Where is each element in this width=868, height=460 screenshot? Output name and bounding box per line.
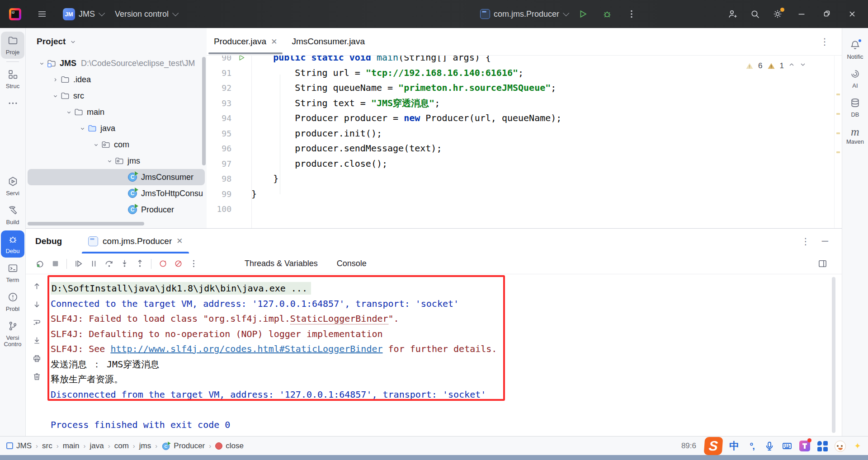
breakpoints-button[interactable] <box>155 256 170 272</box>
stop-button[interactable] <box>47 256 63 272</box>
view-tab-console[interactable]: Console <box>337 259 367 268</box>
prev-problem-button[interactable] <box>788 61 795 70</box>
sidebar-item-structure[interactable]: Struc <box>1 66 24 93</box>
step-out-button[interactable] <box>132 256 147 272</box>
breadcrumb-item[interactable]: close <box>215 441 244 451</box>
vcs-widget[interactable]: Version control <box>115 9 177 19</box>
tree-vertical-scrollbar[interactable] <box>202 57 206 165</box>
mute-breakpoints-button[interactable] <box>170 256 186 272</box>
sogou-toolbox-icon[interactable] <box>816 440 828 452</box>
arrow-down-button[interactable] <box>31 299 42 310</box>
run-line-icon[interactable] <box>231 56 251 61</box>
tree-row[interactable]: CJmsToHttpConsu <box>28 185 205 202</box>
sidebar-item-notifications[interactable]: Notific <box>844 36 867 63</box>
caret-position[interactable]: 89:6 <box>681 441 696 451</box>
emoji-picker-icon[interactable] <box>834 440 846 452</box>
breadcrumb-item[interactable]: com <box>114 441 129 451</box>
trash-button[interactable] <box>31 371 42 382</box>
sidebar-item-problems[interactable]: Probl <box>1 288 24 315</box>
breadcrumb-item[interactable]: CProducer <box>161 441 205 451</box>
tree-row[interactable]: main <box>28 104 205 120</box>
scroll-end-button[interactable] <box>31 335 42 346</box>
sidebar-item-services[interactable]: Servi <box>1 173 24 200</box>
sidebar-item-terminal[interactable]: Term <box>1 259 24 286</box>
warning-mark[interactable] <box>836 132 840 134</box>
tree-row[interactable]: jms <box>28 153 205 169</box>
chevron-down-icon[interactable] <box>64 107 74 117</box>
chevron-down-icon[interactable] <box>50 91 60 101</box>
tree-row[interactable]: java <box>28 120 205 136</box>
debug-session-tab[interactable]: com.jms.Producer ✕ <box>81 229 190 253</box>
close-tab-icon[interactable]: ✕ <box>176 236 183 246</box>
breadcrumb-item[interactable]: java <box>90 441 104 451</box>
step-over-button[interactable] <box>101 256 117 272</box>
breadcrumb-item[interactable]: src <box>42 441 52 451</box>
tab-producer-java[interactable]: Producer.java✕ <box>207 28 284 55</box>
console-link[interactable]: http://www.slf4j.org/codes.html#StaticLo… <box>110 343 382 354</box>
sidebar-item-more[interactable] <box>1 94 24 114</box>
hide-panel-icon[interactable]: ─ <box>822 236 828 246</box>
code-with-me-button[interactable] <box>723 5 741 23</box>
restore-button[interactable] <box>816 4 837 24</box>
print-button[interactable] <box>31 353 42 364</box>
inspection-widget[interactable]: 6 1 <box>745 61 807 70</box>
next-problem-button[interactable] <box>799 61 807 70</box>
run-configuration-selector[interactable]: com.jms.Producer <box>480 9 567 19</box>
tree-horizontal-scrollbar[interactable] <box>28 222 144 225</box>
close-tab-icon[interactable]: ✕ <box>271 37 277 47</box>
rerun-button[interactable] <box>32 256 47 272</box>
chevron-down-icon[interactable] <box>77 123 87 133</box>
more-actions-button[interactable] <box>623 5 641 23</box>
debug-button[interactable] <box>598 5 616 23</box>
resume-button[interactable] <box>71 256 86 272</box>
main-menu-button[interactable] <box>33 5 51 23</box>
tab-options-kebab-icon[interactable]: ⋮ <box>820 36 829 47</box>
layout-settings-button[interactable] <box>815 256 830 272</box>
project-widget[interactable]: JM JMS <box>63 8 103 20</box>
punctuation-icon[interactable]: °, <box>746 440 758 452</box>
console-scrollbar[interactable] <box>832 277 835 433</box>
warning-mark[interactable] <box>836 151 840 153</box>
kebab-button[interactable] <box>186 256 201 272</box>
sparkle-icon[interactable]: ✦ <box>852 440 863 452</box>
tab-jmsconsumer-java[interactable]: JmsConsumer.java <box>284 28 372 55</box>
skin-tool-icon[interactable] <box>799 440 811 452</box>
sidebar-item-maven[interactable]: mMaven <box>844 123 867 148</box>
sidebar-item-database[interactable]: DB <box>844 94 867 121</box>
tree-row[interactable]: com <box>28 136 205 153</box>
editor-body[interactable]: 90 public static void main(String[] args… <box>207 56 842 228</box>
breadcrumb-item[interactable]: JMS <box>6 441 32 451</box>
chevron-down-icon[interactable] <box>37 58 47 68</box>
microphone-icon[interactable] <box>764 440 775 452</box>
debug-options-kebab-icon[interactable]: ⋮ <box>801 236 810 247</box>
breadcrumb-item[interactable]: main <box>63 441 80 451</box>
settings-button[interactable] <box>769 5 787 23</box>
pause-button[interactable] <box>86 256 101 272</box>
chevron-down-icon[interactable] <box>91 140 101 150</box>
chevron-right-icon[interactable] <box>50 75 60 84</box>
sidebar-item-version-control[interactable]: Versi Contro <box>1 317 24 351</box>
tree-row[interactable]: .idea <box>28 71 205 88</box>
chinese-mode-icon[interactable]: 中 <box>728 440 740 452</box>
tree-row[interactable]: JMSD:\CodeSource\eclipse_test\JM <box>28 55 205 71</box>
error-stripe[interactable] <box>834 56 842 228</box>
step-into-button[interactable] <box>117 256 132 272</box>
view-tab-threads-variables[interactable]: Threads & Variables <box>245 259 318 268</box>
console-output[interactable]: D:\SoftInstall\java\jdk1.8\jdk\bin\java.… <box>47 274 842 436</box>
warning-mark[interactable] <box>836 113 840 115</box>
minimize-button[interactable] <box>791 4 812 24</box>
search-everywhere-button[interactable] <box>746 5 764 23</box>
virtual-keyboard-icon[interactable] <box>781 440 793 452</box>
sidebar-item-build[interactable]: Build <box>1 202 24 229</box>
tree-row[interactable]: CProducer <box>28 202 205 218</box>
chevron-down-icon[interactable] <box>70 38 76 45</box>
arrow-up-button[interactable] <box>31 281 42 291</box>
close-button[interactable] <box>842 4 863 24</box>
warning-mark[interactable] <box>836 94 840 95</box>
sidebar-item-project[interactable]: Proje <box>1 32 24 59</box>
sidebar-item-debug[interactable]: Debu <box>1 230 24 258</box>
soft-wrap-button[interactable] <box>31 317 42 328</box>
tree-row[interactable]: CJmsConsumer <box>28 169 205 185</box>
sogou-logo-icon[interactable]: S <box>704 437 723 455</box>
breadcrumb-item[interactable]: jms <box>139 441 151 451</box>
